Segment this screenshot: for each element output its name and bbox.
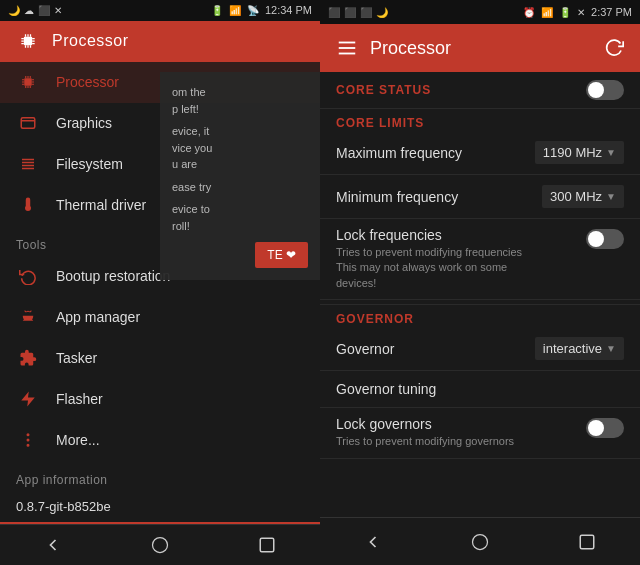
min-freq-value: 300 MHz xyxy=(550,189,602,204)
r-battery-icon: 🔋 xyxy=(559,7,571,18)
sidebar-item-flasher[interactable]: Flasher xyxy=(0,379,320,420)
core-limits-title: Core limits xyxy=(320,106,440,134)
left-signal-icon: 📡 xyxy=(247,5,259,16)
svg-point-4 xyxy=(152,537,167,552)
governor-dropdown[interactable]: interactive ▼ xyxy=(535,337,624,360)
processor-icon xyxy=(16,70,40,94)
processor-label: Processor xyxy=(56,74,119,90)
svg-rect-10 xyxy=(580,535,594,549)
max-freq-label: Maximum frequency xyxy=(336,145,462,161)
header-cpu-icon xyxy=(16,29,40,53)
left-wifi-icon: 📶 xyxy=(229,5,241,16)
appmanager-label: App manager xyxy=(56,309,140,325)
android-icon xyxy=(16,305,40,329)
governor-row: Governor interactive ▼ xyxy=(320,327,640,371)
toolbar-title: Processor xyxy=(370,38,592,59)
min-freq-arrow: ▼ xyxy=(606,191,616,202)
home-button-right[interactable] xyxy=(460,522,500,562)
sidebar-item-tasker[interactable]: Tasker xyxy=(0,338,320,379)
notif-icon-1: 🌙 xyxy=(8,5,20,16)
overlay-line-2: p left! xyxy=(172,101,308,118)
thermal-label: Thermal driver xyxy=(56,197,146,213)
overlay-line-6: ease try xyxy=(172,179,308,196)
left-panel: 🌙 ☁ ⬛ ✕ 🔋 📶 📡 12:34 PM Processor xyxy=(0,0,320,565)
overlay-line-5: u are xyxy=(172,156,308,173)
core-status-toggle[interactable] xyxy=(586,80,624,100)
more-label: More... xyxy=(56,432,100,448)
back-button-right[interactable] xyxy=(353,522,393,562)
lock-freq-text: Lock frequencies Tries to prevent modify… xyxy=(336,227,586,291)
max-freq-arrow: ▼ xyxy=(606,147,616,158)
overlay-line-3: evice, it xyxy=(172,123,308,140)
left-time: 12:34 PM xyxy=(265,4,312,16)
filesystem-icon xyxy=(16,152,40,176)
menu-icon[interactable] xyxy=(336,37,358,59)
lock-freq-desc: Tries to prevent modifying frequenciesTh… xyxy=(336,245,578,291)
back-button-left[interactable] xyxy=(33,525,73,565)
lock-gov-toggle[interactable] xyxy=(586,418,624,438)
lock-freq-row: Lock frequencies Tries to prevent modify… xyxy=(320,219,640,300)
left-status-icons: 🌙 ☁ ⬛ ✕ xyxy=(8,5,62,16)
right-panel: ⬛ ⬛ ⬛ 🌙 ⏰ 📶 🔋 ✕ 2:37 PM Processor xyxy=(320,0,640,565)
more-icon xyxy=(16,428,40,452)
governor-value: interactive xyxy=(543,341,602,356)
r-alarm-icon: ⏰ xyxy=(523,7,535,18)
recents-button-left[interactable] xyxy=(247,525,287,565)
restore-icon xyxy=(16,264,40,288)
tasker-label: Tasker xyxy=(56,350,97,366)
governor-title: Governor xyxy=(320,302,430,330)
svg-marker-3 xyxy=(21,392,35,407)
max-freq-dropdown[interactable]: 1190 MHz ▼ xyxy=(535,141,624,164)
svg-rect-2 xyxy=(21,118,35,129)
toolbar-right: Processor xyxy=(320,24,640,72)
appinfo-section-header: App information xyxy=(0,461,320,491)
overlay-content: om the p left! evice, it vice you u are … xyxy=(160,72,320,280)
lock-freq-label: Lock frequencies xyxy=(336,227,578,243)
r-icon2: ⬛ xyxy=(344,7,356,18)
max-freq-value: 1190 MHz xyxy=(543,145,602,160)
version-text: 0.8.7-git-b852be xyxy=(0,491,320,524)
recents-button-right[interactable] xyxy=(567,522,607,562)
min-freq-label: Minimum frequency xyxy=(336,189,458,205)
lock-freq-toggle[interactable] xyxy=(586,229,624,249)
r-signal-icon: ✕ xyxy=(577,7,585,18)
governor-arrow: ▼ xyxy=(606,343,616,354)
r-icon1: ⬛ xyxy=(328,7,340,18)
sidebar-item-appmanager[interactable]: App manager xyxy=(0,297,320,338)
right-time: 2:37 PM xyxy=(591,6,632,18)
filesystem-label: Filesystem xyxy=(56,156,123,172)
status-bar-right: ⬛ ⬛ ⬛ 🌙 ⏰ 📶 🔋 ✕ 2:37 PM xyxy=(320,0,640,24)
graphics-icon xyxy=(16,111,40,135)
refresh-icon[interactable] xyxy=(604,38,624,58)
bootup-label: Bootup restoration xyxy=(56,268,170,284)
min-freq-dropdown[interactable]: 300 MHz ▼ xyxy=(542,185,624,208)
content-area: CORE STATUS Core limits Maximum frequenc… xyxy=(320,72,640,517)
puzzle-icon xyxy=(16,346,40,370)
left-battery-icon: 🔋 xyxy=(211,5,223,16)
flasher-label: Flasher xyxy=(56,391,103,407)
sidebar-item-more[interactable]: More... xyxy=(0,420,320,461)
sidebar-header-title: Processor xyxy=(52,32,129,50)
governor-label: Governor xyxy=(336,341,394,357)
governor-tuning-label: Governor tuning xyxy=(336,381,436,397)
core-status-title: CORE STATUS xyxy=(336,83,431,97)
svg-rect-0 xyxy=(24,37,32,45)
min-freq-row: Minimum frequency 300 MHz ▼ xyxy=(320,175,640,219)
core-status-section: CORE STATUS xyxy=(320,72,640,104)
core-limits-section: Core limits Maximum frequency 1190 MHz ▼… xyxy=(320,113,640,300)
flash-icon xyxy=(16,387,40,411)
overlay-cta-button[interactable]: TE ❤ xyxy=(255,242,308,268)
overlay-line-1: om the xyxy=(172,84,308,101)
governor-section: Governor Governor interactive ▼ Governor… xyxy=(320,309,640,458)
r-icon3: ⬛ xyxy=(360,7,372,18)
status-bar-left: 🌙 ☁ ⬛ ✕ 🔋 📶 📡 12:34 PM xyxy=(0,0,320,21)
overlay-line-4: vice you xyxy=(172,140,308,157)
overlay-line-7: evice to xyxy=(172,201,308,218)
svg-point-9 xyxy=(472,534,487,549)
r-wifi-icon: 📶 xyxy=(541,7,553,18)
governor-tuning-row[interactable]: Governor tuning xyxy=(320,371,640,408)
home-button-left[interactable] xyxy=(140,525,180,565)
lock-gov-text: Lock governors Tries to prevent modifyin… xyxy=(336,416,586,449)
svg-rect-1 xyxy=(24,78,32,86)
svg-rect-5 xyxy=(260,538,274,552)
